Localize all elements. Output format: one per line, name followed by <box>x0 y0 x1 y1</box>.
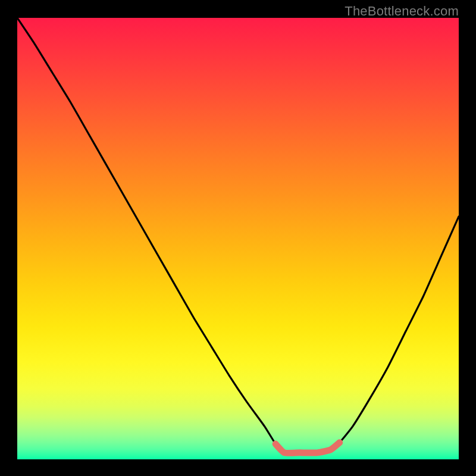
gradient-background <box>17 18 459 459</box>
bottleneck-chart <box>17 18 459 459</box>
watermark-text: TheBottleneck.com <box>345 4 459 19</box>
chart-frame: TheBottleneck.com <box>0 0 476 476</box>
